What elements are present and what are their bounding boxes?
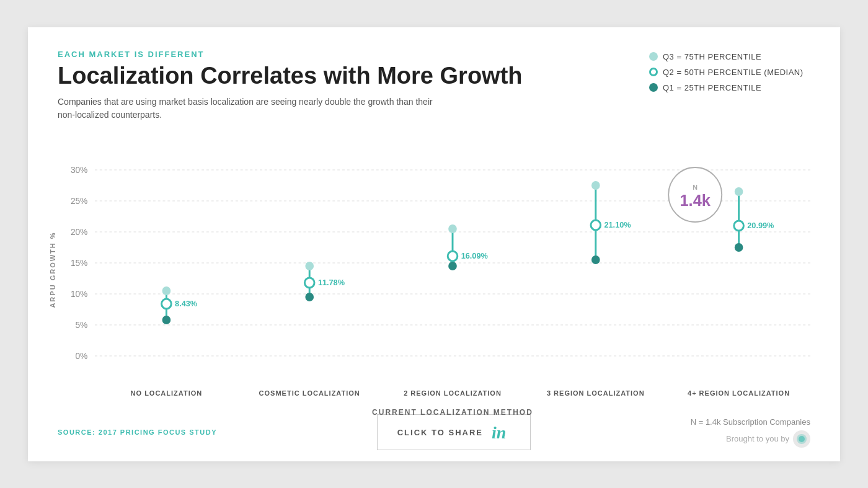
eyebrow: EACH MARKET IS DIFFERENT [58,50,649,59]
svg-point-45 [799,436,805,442]
svg-point-32 [591,255,600,264]
svg-point-25 [448,224,457,233]
brand-logo [793,430,810,448]
legend-label-q3: Q3 = 75TH PERCENTILE [663,52,761,61]
source-label: SOURCE: 2017 PRICING FOCUS STUDY [58,428,217,436]
n-note: N = 1.4k Subscription Companies [691,417,810,427]
x-labels: NO LOCALIZATION COSMETIC LOCALIZATION 2 … [95,389,810,397]
svg-point-15 [162,286,171,295]
header-left: EACH MARKET IS DIFFERENT Localization Co… [58,50,649,122]
linkedin-icon: in [490,422,510,442]
bottom-right: N = 1.4k Subscription Companies Brought … [691,417,810,448]
legend: Q3 = 75TH PERCENTILE Q2 = 50TH PERCENTIL… [649,50,810,92]
legend-item-q3: Q3 = 75TH PERCENTILE [649,52,810,61]
legend-item-q1: Q1 = 25TH PERCENTILE [649,83,810,92]
svg-text:11.78%: 11.78% [318,278,345,287]
legend-label-q1: Q1 = 25TH PERCENTILE [663,83,761,92]
svg-point-30 [591,181,600,190]
svg-point-37 [735,243,743,252]
svg-text:21.10%: 21.10% [604,220,631,229]
svg-point-17 [162,316,171,324]
bottom-center: CLICK TO SHARE in [377,414,531,450]
svg-point-36 [734,221,744,231]
y-axis-label: ARPU GROWTH % [49,232,56,308]
svg-text:N: N [693,184,698,191]
x-label-cosmetic: COSMETIC LOCALIZATION [247,389,371,397]
x-label-2region: 2 REGION LOCALIZATION [391,389,515,397]
svg-point-21 [304,278,314,288]
svg-text:20%: 20% [71,227,87,237]
header-row: EACH MARKET IS DIFFERENT Localization Co… [58,50,810,122]
svg-point-31 [591,220,601,230]
svg-point-20 [305,262,314,270]
svg-text:20.99%: 20.99% [747,221,774,230]
svg-text:8.43%: 8.43% [175,299,198,308]
branding: Brought to you by [726,430,810,448]
svg-text:5%: 5% [75,320,87,330]
svg-text:25%: 25% [71,196,87,206]
svg-text:1.4k: 1.4k [680,192,711,209]
legend-dot-q2 [649,68,658,76]
chart-svg: 0% 5% 10% 15% 20% 25% 30% 8.43% [95,133,810,368]
svg-text:30%: 30% [71,165,87,175]
chart-area: ARPU GROWTH % 0% 5% 10% 15% 20% [58,133,810,399]
svg-point-26 [448,251,458,261]
share-button[interactable]: CLICK TO SHARE in [377,414,531,450]
x-label-4region: 4+ REGION LOCALIZATION [677,389,801,397]
chart-subtitle: Companies that are using market basis lo… [58,95,442,122]
svg-text:10%: 10% [71,289,87,299]
svg-text:in: in [492,423,506,442]
chart-inner: 0% 5% 10% 15% 20% 25% 30% 8.43% [95,133,810,368]
legend-dot-q1 [649,83,658,92]
svg-point-16 [162,299,172,309]
svg-point-35 [735,187,743,196]
x-label-3region: 3 REGION LOCALIZATION [534,389,658,397]
svg-text:15%: 15% [71,258,87,268]
legend-dot-q3 [649,52,658,61]
svg-point-22 [305,293,314,301]
svg-text:16.09%: 16.09% [461,251,489,260]
share-button-text: CLICK TO SHARE [397,428,483,437]
legend-item-q2: Q2 = 50TH PERCENTILE (MEDIAN) [649,68,810,77]
svg-point-27 [448,262,457,270]
chart-title: Localization Correlates with More Growth [58,63,649,90]
svg-text:0%: 0% [75,351,87,361]
branding-text: Brought to you by [726,434,789,443]
x-label-no-loc: NO LOCALIZATION [104,389,228,397]
legend-label-q2: Q2 = 50TH PERCENTILE (MEDIAN) [663,68,804,77]
x-axis-title: CURRENT LOCALIZATION METHOD [95,408,810,417]
main-card: EACH MARKET IS DIFFERENT Localization Co… [28,27,840,461]
